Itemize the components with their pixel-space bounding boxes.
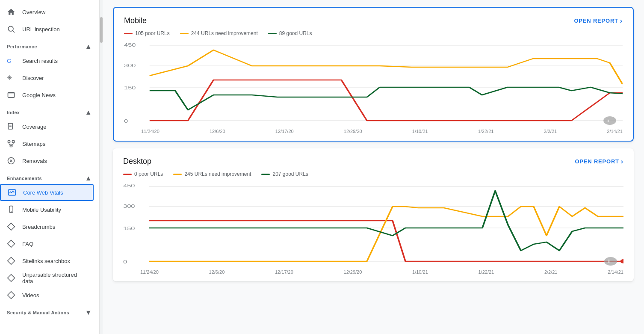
- desktop-chart-legend: 0 poor URLs 245 URLs need improvement 20…: [123, 171, 623, 177]
- sidebar-item-url-inspection-label: URL inspection: [22, 26, 60, 33]
- sidebar-item-breadcrumbs[interactable]: Breadcrumbs: [0, 218, 95, 235]
- svg-text:150: 150: [124, 85, 136, 91]
- desktop-chart-area: 450 300 150 0 i: [123, 182, 623, 268]
- svg-text:G: G: [7, 58, 11, 64]
- desktop-x-label-7: 2/14/21: [608, 269, 623, 275]
- sidebar-item-url-inspection[interactable]: URL inspection: [0, 21, 95, 38]
- performance-section-label: Performance: [7, 44, 37, 49]
- sidebar-item-unparsable[interactable]: Unparsable structured data: [0, 269, 95, 287]
- sidebar-item-google-news[interactable]: Google News: [0, 86, 95, 103]
- sidebar-item-core-web-vitals[interactable]: Core Web Vitals: [0, 184, 94, 201]
- svg-rect-4: [8, 92, 15, 98]
- desktop-open-report-button[interactable]: OPEN REPORT ›: [575, 158, 623, 166]
- svg-text:i: i: [607, 118, 609, 124]
- mobile-open-report-button[interactable]: OPEN REPORT ›: [574, 17, 623, 25]
- mobile-legend-improvement: 244 URLs need improvement: [180, 30, 258, 36]
- sidebar-item-search-results[interactable]: G Search results: [0, 52, 95, 69]
- svg-text:150: 150: [123, 226, 135, 231]
- desktop-improvement-line: [173, 174, 182, 175]
- sidebar-item-mobile-usability-label: Mobile Usability: [22, 207, 61, 213]
- svg-marker-24: [8, 257, 15, 265]
- sidebar: Overview URL inspection Performance ▲ G …: [0, 0, 99, 334]
- mobile-x-label-6: 2/2/21: [544, 129, 557, 134]
- security-chevron-icon: ▼: [85, 309, 92, 316]
- sidebar-item-sitemaps[interactable]: Sitemaps: [0, 135, 95, 152]
- sidebar-item-removals[interactable]: Removals: [0, 152, 95, 169]
- desktop-chart-title: Desktop: [123, 157, 151, 166]
- svg-point-47: [620, 259, 624, 263]
- desktop-x-label-6: 2/2/21: [544, 269, 558, 275]
- svg-text:300: 300: [124, 63, 136, 68]
- sidebar-item-unparsable-label: Unparsable structured data: [22, 272, 89, 284]
- mobile-x-label-7: 2/14/21: [607, 129, 623, 134]
- mobile-icon: [7, 205, 15, 214]
- sidebar-scrollbar[interactable]: [99, 0, 103, 334]
- mobile-chart-area: 450 300 150 0 i: [124, 41, 623, 127]
- sidebar-item-mobile-usability[interactable]: Mobile Usability: [0, 201, 95, 218]
- mobile-x-axis: 11/24/20 12/6/20 12/17/20 12/29/20 1/10/…: [124, 127, 623, 134]
- sidebar-item-coverage[interactable]: Coverage: [0, 118, 95, 135]
- svg-marker-22: [8, 223, 15, 231]
- desktop-x-label-0: 11/24/20: [140, 269, 159, 275]
- desktop-good-label: 207 good URLs: [272, 171, 308, 177]
- sidebar-section-security[interactable]: Security & Manual Actions ▼: [0, 304, 99, 318]
- desktop-improvement-label: 245 URLs need improvement: [184, 171, 251, 177]
- main-content: Mobile OPEN REPORT › 105 poor URLs 244 U…: [103, 0, 644, 334]
- sidebar-item-google-news-label: Google News: [22, 92, 56, 98]
- improvement-legend-line: [180, 33, 189, 34]
- sidebar-item-discover[interactable]: ✳ Discover: [0, 69, 95, 86]
- sidebar-item-faq[interactable]: FAQ: [0, 235, 95, 252]
- google-icon: G: [7, 56, 15, 65]
- videos-icon: [7, 291, 15, 299]
- svg-text:✳: ✳: [7, 74, 12, 81]
- mobile-x-label-2: 12/17/20: [275, 129, 294, 134]
- search-icon: [7, 25, 15, 33]
- mobile-chart-title: Mobile: [124, 16, 147, 25]
- sidebar-section-index[interactable]: Index ▲: [0, 103, 99, 118]
- sitemaps-icon: [7, 139, 15, 148]
- sidebar-item-videos[interactable]: Videos: [0, 287, 95, 304]
- mobile-x-label-5: 1/22/21: [478, 129, 494, 134]
- unparsable-icon: [7, 274, 15, 282]
- svg-line-1: [13, 31, 15, 33]
- sidebar-item-search-results-label: Search results: [22, 58, 58, 64]
- desktop-x-label-4: 1/10/21: [412, 269, 428, 275]
- mobile-legend-poor: 105 poor URLs: [124, 30, 170, 36]
- chevron-right-icon: ›: [620, 17, 623, 25]
- good-legend-line: [268, 33, 277, 34]
- discover-icon: ✳: [7, 74, 15, 82]
- index-chevron-icon: ▲: [85, 109, 92, 116]
- sidebar-section-performance[interactable]: Performance ▲: [0, 38, 99, 52]
- svg-marker-26: [8, 292, 15, 299]
- removals-icon: [7, 157, 15, 165]
- desktop-poor-label: 0 poor URLs: [134, 171, 163, 177]
- mobile-improvement-label: 244 URLs need improvement: [191, 30, 258, 36]
- sidebar-item-core-web-vitals-label: Core Web Vitals: [23, 189, 63, 196]
- desktop-x-axis: 11/24/20 12/6/20 12/17/20 12/29/20 1/10/…: [123, 268, 623, 275]
- coverage-icon: [7, 122, 15, 131]
- desktop-legend-poor: 0 poor URLs: [123, 171, 163, 177]
- chevron-right-icon-desktop: ›: [621, 158, 623, 166]
- sidebar-section-enhancements[interactable]: Enhancements ▲: [0, 169, 99, 184]
- desktop-legend-improvement: 245 URLs need improvement: [173, 171, 251, 177]
- mobile-x-label-1: 12/6/20: [210, 129, 225, 134]
- performance-chevron-icon: ▲: [85, 43, 92, 50]
- svg-marker-25: [8, 275, 15, 282]
- svg-marker-23: [8, 240, 15, 248]
- mobile-chart-legend: 105 poor URLs 244 URLs need improvement …: [124, 30, 623, 36]
- poor-legend-line: [124, 33, 133, 34]
- desktop-x-label-2: 12/17/20: [275, 269, 293, 275]
- index-section-label: Index: [7, 110, 20, 115]
- svg-text:450: 450: [124, 42, 136, 48]
- svg-point-35: [603, 116, 616, 125]
- desktop-chart-svg: 450 300 150 0 i: [123, 182, 623, 268]
- sidebar-item-overview[interactable]: Overview: [0, 3, 95, 21]
- desktop-chart-header: Desktop OPEN REPORT ›: [123, 157, 623, 166]
- sidebar-item-sitelinks-searchbox[interactable]: Sitelinks searchbox: [0, 252, 95, 269]
- mobile-chart-svg: 450 300 150 0 i: [124, 41, 623, 127]
- sidebar-item-discover-label: Discover: [22, 75, 44, 81]
- mobile-x-label-3: 12/29/20: [344, 129, 362, 134]
- desktop-x-label-5: 1/22/21: [478, 269, 494, 275]
- svg-text:0: 0: [123, 259, 127, 265]
- mobile-x-label-4: 1/10/21: [412, 129, 428, 134]
